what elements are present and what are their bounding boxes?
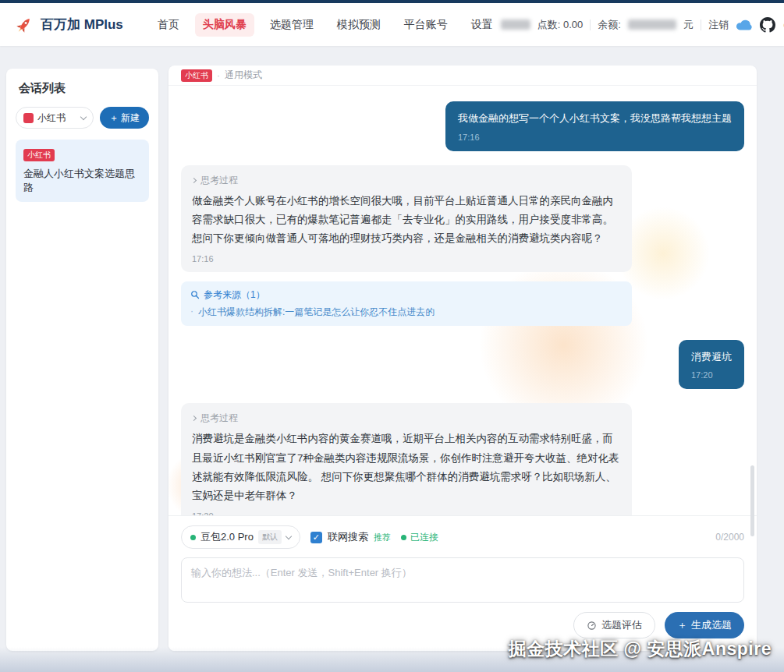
char-counter: 0/2000 (715, 532, 744, 543)
gauge-icon (587, 621, 597, 631)
brand[interactable]: 百万加 MPlus (14, 15, 123, 35)
chevron-right-icon (191, 416, 197, 421)
app-title: 百万加 MPlus (41, 16, 123, 34)
references-panel: 参考来源（1） · 小红书爆款结构拆解:一篇笔记是怎么让你忍不住点进去的 (181, 281, 632, 326)
generate-topic-label: 生成选题 (691, 618, 732, 632)
search-icon (190, 290, 200, 299)
platform-badge: 小红书 (23, 149, 55, 161)
model-default-badge: 默认 (258, 530, 282, 544)
chevron-down-icon (80, 113, 87, 119)
app-header: 百万加 MPlus 首页 头脑风暴 选题管理 模拟预测 平台账号 设置 点数: … (0, 3, 784, 46)
thinking-label: 思考过程 (200, 412, 238, 425)
sidebar-controls: 小红书 ＋ 新建 (16, 107, 149, 129)
github-icon[interactable] (760, 17, 775, 33)
references-header: 参考来源（1） (190, 288, 623, 302)
points-label: 点数: 0.00 (537, 18, 584, 32)
chat-header: 小红书 · 通用模式 (169, 65, 757, 86)
generate-topic-button[interactable]: ＋ 生成选题 (665, 612, 744, 638)
message-timestamp: 17:16 (458, 133, 732, 142)
message-text: 我做金融的想写一个个人小红书文案，我没思路帮我想想主题 (458, 111, 732, 127)
message-list[interactable]: 我做金融的想写一个个人小红书文案，我没思路帮我想想主题 17:16 思考过程 做… (169, 86, 757, 515)
thinking-process-toggle[interactable]: 思考过程 (192, 174, 621, 187)
model-selector[interactable]: 豆包2.0 Pro 默认 (181, 525, 300, 549)
message-timestamp: 17:16 (192, 254, 621, 263)
web-search-checkbox[interactable]: ✓ (310, 532, 322, 543)
scrollbar-thumb[interactable] (750, 465, 754, 536)
message-text: 做金融类个人账号在小红书的增长空间很大哦，目前平台上贴近普通人日常的亲民向金融内… (192, 192, 621, 249)
status-dot-icon (190, 535, 196, 540)
web-search-toggle-group: ✓ 联网搜索 推荐 (310, 530, 391, 544)
session-list-title: 会话列表 (19, 81, 146, 96)
logout-link[interactable]: 注销 (708, 18, 729, 32)
header-user-area: 点数: 0.00 余额: 元 注销 (501, 17, 784, 33)
redacted-balance (628, 19, 676, 30)
message-row: 消费避坑 17:20 (181, 340, 744, 390)
rocket-logo-icon (14, 15, 34, 35)
new-session-label: 新建 (121, 111, 140, 125)
divider (701, 19, 701, 30)
nav-platform-accounts[interactable]: 平台账号 (396, 13, 456, 37)
chat-panel: 小红书 · 通用模式 我做金融的想写一个个人小红书文案，我没思路帮我想想主题 1… (169, 65, 757, 651)
message-row: 我做金融的想写一个个人小红书文案，我没思路帮我想想主题 17:16 (181, 101, 744, 151)
nav-settings[interactable]: 设置 (463, 13, 501, 37)
thinking-process-toggle[interactable]: 思考过程 (192, 412, 621, 425)
divider (590, 19, 591, 30)
status-dot-icon (401, 535, 406, 540)
chat-platform-badge: 小红书 (181, 69, 212, 82)
assistant-message: 思考过程 消费避坑是金融类小红书内容的黄金赛道哦，近期平台上相关内容的互动需求特… (181, 403, 632, 515)
references-label: 参考来源（1） (204, 288, 265, 302)
platform-filter-select[interactable]: 小红书 (16, 107, 94, 129)
recommend-badge: 推荐 (374, 532, 391, 543)
main-nav: 首页 头脑风暴 选题管理 模拟预测 平台账号 设置 (150, 13, 501, 37)
reference-link[interactable]: · 小红书爆款结构拆解:一篇笔记是怎么让你忍不住点进去的 (190, 306, 623, 319)
web-search-label: 联网搜索 (328, 530, 368, 544)
message-input[interactable] (181, 557, 744, 603)
evaluate-topic-button[interactable]: 选题评估 (573, 612, 655, 638)
nav-brainstorm[interactable]: 头脑风暴 (195, 13, 254, 37)
composer: 豆包2.0 Pro 默认 ✓ 联网搜索 推荐 已连接 0/2000 选题评估 (169, 515, 757, 651)
plus-icon: ＋ (109, 111, 119, 125)
xiaohongshu-badge-icon (23, 113, 34, 123)
user-message: 消费避坑 17:20 (679, 340, 744, 390)
session-sidebar: 会话列表 小红书 ＋ 新建 小红书 金融人小红书文案选题思路 (6, 69, 158, 651)
nav-topic-management[interactable]: 选题管理 (262, 13, 321, 37)
separator-dot: · (217, 70, 220, 81)
message-text: 消费避坑 (691, 349, 732, 366)
thinking-label: 思考过程 (200, 174, 238, 187)
bullet: · (190, 306, 193, 319)
redacted-username (501, 19, 530, 30)
message-row: 思考过程 做金融类个人账号在小红书的增长空间很大哦，目前平台上贴近普通人日常的亲… (181, 165, 744, 326)
nav-simulation[interactable]: 模拟预测 (329, 13, 388, 37)
message-timestamp: 17:20 (691, 370, 732, 380)
chevron-down-icon (286, 532, 292, 539)
reference-link-text: 小红书爆款结构拆解:一篇笔记是怎么让你忍不住点进去的 (198, 306, 435, 319)
cloud-icon[interactable] (736, 19, 753, 31)
balance-label: 余额: (598, 18, 621, 32)
plus-icon: ＋ (677, 618, 687, 632)
model-name: 豆包2.0 Pro (200, 530, 254, 544)
chevron-right-icon (191, 178, 197, 183)
session-item[interactable]: 小红书 金融人小红书文案选题思路 (16, 140, 149, 202)
evaluate-topic-label: 选题评估 (601, 618, 642, 632)
nav-home[interactable]: 首页 (150, 13, 187, 37)
composer-actions: 选题评估 ＋ 生成选题 (181, 612, 744, 638)
chat-mode-label: 通用模式 (225, 69, 262, 82)
session-title: 金融人小红书文案选题思路 (23, 167, 141, 195)
message-text: 消费避坑是金融类小红书内容的黄金赛道哦，近期平台上相关内容的互动需求特别旺盛，而… (192, 430, 621, 505)
composer-toolbar: 豆包2.0 Pro 默认 ✓ 联网搜索 推荐 已连接 0/2000 (181, 525, 744, 549)
assistant-message: 思考过程 做金融类个人账号在小红书的增长空间很大哦，目前平台上贴近普通人日常的亲… (181, 165, 632, 272)
connection-status: 已连接 (401, 531, 438, 544)
connection-status-label: 已连接 (410, 531, 438, 544)
balance-unit: 元 (683, 18, 694, 32)
new-session-button[interactable]: ＋ 新建 (100, 107, 149, 129)
user-message: 我做金融的想写一个个人小红书文案，我没思路帮我想想主题 17:16 (445, 101, 744, 151)
platform-filter-value: 小红书 (37, 111, 77, 125)
message-row: 思考过程 消费避坑是金融类小红书内容的黄金赛道哦，近期平台上相关内容的互动需求特… (181, 403, 744, 515)
